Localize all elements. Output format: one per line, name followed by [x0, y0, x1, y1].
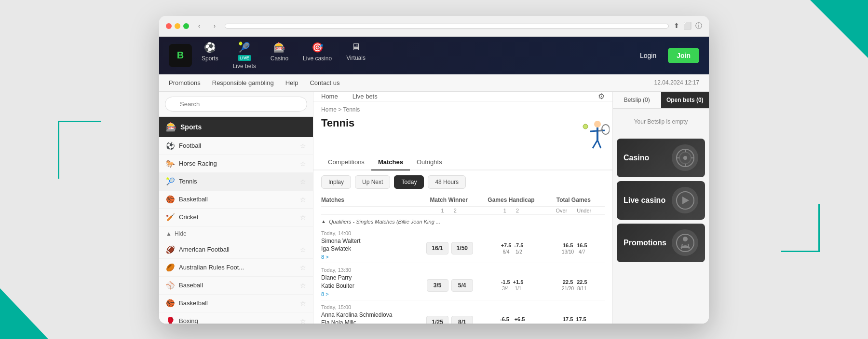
- promo-card-promotions[interactable]: Promotions: [617, 224, 705, 262]
- football-star[interactable]: ☆: [300, 142, 306, 150]
- tg-under-sub-3[interactable]: 3/5: [578, 323, 584, 324]
- australianrules-star[interactable]: ☆: [300, 264, 306, 271]
- breadcrumb-home[interactable]: Home: [321, 106, 337, 113]
- tab-competitions[interactable]: Competitions: [321, 155, 371, 170]
- sidebar-item-basketball2[interactable]: 🏀 Basketball ☆: [159, 295, 313, 312]
- tab-outrights[interactable]: Outrights: [410, 155, 449, 170]
- nav-livebets[interactable]: 🎾 LIVE Live bets: [233, 42, 256, 70]
- gh2-val-3[interactable]: +6.5: [515, 316, 525, 322]
- top-nav-livebets[interactable]: Live bets: [353, 93, 378, 100]
- address-bar[interactable]: [225, 24, 669, 28]
- tennis-star[interactable]: ☆: [300, 178, 306, 185]
- nav-sports[interactable]: ⚽ Sports: [202, 42, 218, 70]
- tg-over-val-3[interactable]: 17.5: [563, 316, 573, 322]
- forward-btn[interactable]: ›: [209, 21, 220, 31]
- gh2-val-1[interactable]: -7.5: [514, 242, 523, 248]
- tg-under-val-3[interactable]: 17.5: [576, 316, 586, 322]
- odds-gh2-2: +1.5 1/1: [513, 279, 524, 291]
- sub-nav-responsible[interactable]: Responsible gambling: [212, 79, 274, 86]
- livecasino-icon: 🎯: [312, 42, 324, 53]
- odds-gh-3: -6.5 12/25 +6.5 31/20: [482, 316, 542, 324]
- deco-top-right: [810, 0, 868, 58]
- nav-casino[interactable]: 🎰 Casino: [271, 42, 288, 70]
- gh1-val-2[interactable]: -1.5: [501, 279, 510, 285]
- gh1-val-3[interactable]: -6.5: [500, 316, 509, 322]
- odds-tg-1: 16.5 13/10 16.5 4/7: [544, 242, 605, 254]
- minimize-window-btn[interactable]: [175, 23, 180, 29]
- sidebar-item-cricket-main[interactable]: 🏏 Cricket ☆: [159, 209, 313, 226]
- filter-upnext[interactable]: Up Next: [355, 175, 390, 189]
- hide-item[interactable]: ▲ Hide: [159, 226, 313, 241]
- search-input[interactable]: [165, 97, 307, 112]
- tg-under-val-1[interactable]: 16.5: [577, 242, 587, 248]
- match-more-1[interactable]: 8 >: [321, 254, 418, 260]
- odds-mw1-2[interactable]: 3/5: [427, 279, 448, 292]
- matches-section: Matches Match Winner Games Handicap Tota…: [313, 194, 612, 324]
- svg-point-17: [683, 237, 688, 241]
- sidebar-item-football[interactable]: ⚽ Football ☆: [159, 137, 313, 155]
- odds-mw1-3[interactable]: 1/25: [426, 316, 448, 323]
- tg-under-val-2[interactable]: 22.5: [577, 279, 587, 285]
- sub-nav-promotions[interactable]: Promotions: [169, 79, 201, 86]
- sidebar-item-tennis[interactable]: 🎾 Tennis ☆: [159, 173, 313, 191]
- promo-card-livecasino[interactable]: Live casino: [617, 181, 705, 220]
- odds-mw2-1[interactable]: 1/50: [451, 242, 473, 254]
- close-window-btn[interactable]: [166, 23, 172, 29]
- baseball-star[interactable]: ☆: [300, 282, 306, 289]
- tg-over-val-2[interactable]: 22.5: [563, 279, 573, 285]
- basketball2-star[interactable]: ☆: [300, 299, 306, 307]
- sidebar-item-horseracing[interactable]: 🐎 Horse Racing ☆: [159, 155, 313, 173]
- tg-over-val-1[interactable]: 16.5: [563, 242, 573, 248]
- tg-under-sub-2[interactable]: 8/11: [577, 286, 586, 291]
- odds-tg-under-1: 16.5 4/7: [577, 242, 587, 254]
- sub-nav-help[interactable]: Help: [285, 79, 298, 86]
- boxing-star[interactable]: ☆: [300, 317, 306, 324]
- filter-48hours[interactable]: 48 Hours: [428, 175, 466, 189]
- americanfootball-star[interactable]: ☆: [300, 246, 306, 254]
- gh1-val-1[interactable]: +7.5: [501, 242, 512, 248]
- back-btn[interactable]: ‹: [194, 21, 204, 31]
- top-nav-home[interactable]: Home: [321, 93, 338, 100]
- maximize-window-btn[interactable]: [183, 23, 189, 29]
- nav-virtuals[interactable]: 🖥 Virtuals: [346, 42, 366, 70]
- filter-inplay[interactable]: Inplay: [321, 175, 351, 189]
- open-bets-tab[interactable]: Open bets (0): [661, 92, 709, 108]
- sidebar-item-australianrules[interactable]: 🏉 Australian Rules Foot... ☆: [159, 259, 313, 277]
- gh1-sub-1[interactable]: 6/4: [503, 249, 510, 254]
- share-icon[interactable]: ⬆: [674, 22, 679, 30]
- gh2-sub-2[interactable]: 1/1: [515, 286, 522, 291]
- odds-mw2-3[interactable]: 8/1: [451, 316, 473, 323]
- nav-livecasino[interactable]: 🎯 Live casino: [303, 42, 332, 70]
- gh1-sub-2[interactable]: 3/4: [502, 286, 509, 291]
- gh2-sub-1[interactable]: 1/2: [515, 249, 522, 254]
- tg-over-sub-1[interactable]: 13/10: [562, 249, 574, 254]
- gh2-sub-3[interactable]: 31/20: [514, 323, 526, 324]
- join-button[interactable]: Join: [668, 48, 699, 63]
- basketball-star[interactable]: ☆: [300, 196, 306, 203]
- sidebar-item-boxing[interactable]: 🥊 Boxing ☆: [159, 312, 313, 324]
- cricket-star[interactable]: ☆: [300, 213, 306, 221]
- tg-under-sub-1[interactable]: 4/7: [579, 249, 585, 254]
- site-logo[interactable]: B: [169, 44, 192, 67]
- sidebar-item-americanfootball[interactable]: 🏈 American Football ☆: [159, 241, 313, 259]
- odds-tg-over-2: 22.5 21/20: [562, 279, 574, 291]
- login-button[interactable]: Login: [634, 49, 662, 62]
- info-icon[interactable]: ⓘ: [695, 22, 702, 30]
- horseracing-star[interactable]: ☆: [300, 160, 306, 168]
- tg-over-sub-2[interactable]: 21/20: [562, 286, 574, 291]
- settings-icon[interactable]: ⚙: [598, 92, 605, 101]
- odds-mw1-1[interactable]: 16/1: [426, 242, 448, 254]
- sidebar-item-basketball[interactable]: 🏀 Basketball ☆: [159, 191, 313, 209]
- filter-today[interactable]: Today: [394, 175, 424, 189]
- gh1-sub-3[interactable]: 12/25: [499, 323, 511, 324]
- tab-matches[interactable]: Matches: [371, 155, 410, 170]
- tg-over-sub-3[interactable]: 5/4: [565, 323, 571, 324]
- sidebar-item-baseball[interactable]: ⚾ Baseball ☆: [159, 277, 313, 295]
- gh2-val-2[interactable]: +1.5: [513, 279, 524, 285]
- sub-nav-contact[interactable]: Contact us: [310, 79, 339, 86]
- betslip-tab[interactable]: Betslip (0): [613, 92, 661, 108]
- odds-mw2-2[interactable]: 5/4: [451, 279, 473, 292]
- promo-card-casino[interactable]: Casino: [617, 139, 705, 177]
- match-more-2[interactable]: 8 >: [321, 291, 418, 297]
- expand-icon[interactable]: ⬜: [683, 22, 692, 30]
